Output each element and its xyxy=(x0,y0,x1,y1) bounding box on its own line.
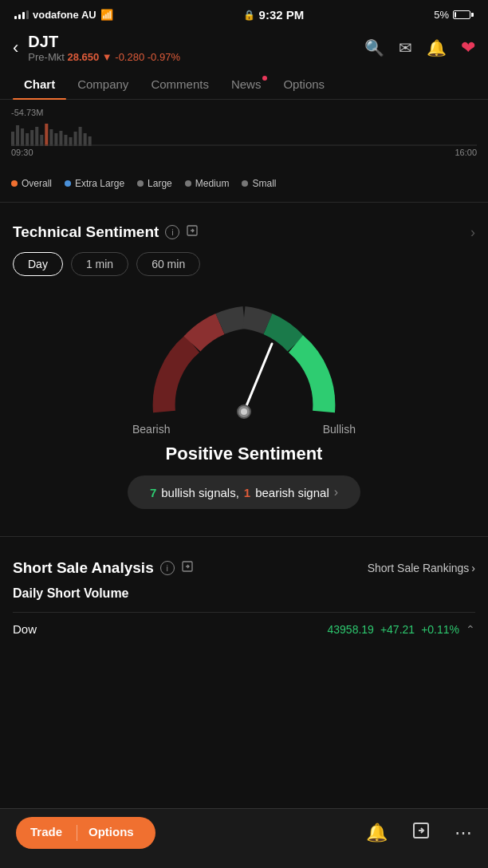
battery-level: 5% xyxy=(434,9,449,21)
sentiment-title: Technical Sentiment xyxy=(13,223,159,241)
chart-x-start: 09:30 xyxy=(11,148,33,157)
bullish-count: 7 xyxy=(150,486,156,499)
svg-rect-14 xyxy=(79,127,82,146)
dow-row: Dow 43958.19 +47.21 +0.11% ⌃ xyxy=(13,612,475,645)
legend-label-medium: Medium xyxy=(195,178,230,189)
svg-rect-1 xyxy=(16,125,19,146)
time-btn-day[interactable]: Day xyxy=(13,252,63,276)
gauge-container: Bearish Bullish Positive Sentiment 7 bul… xyxy=(13,292,475,522)
chart-legend: Overall Extra Large Large Medium Small xyxy=(0,172,488,195)
favorite-icon[interactable]: ❤ xyxy=(461,37,475,58)
divider-2 xyxy=(0,536,488,537)
status-center: 🔒 9:32 PM xyxy=(243,8,305,22)
svg-rect-2 xyxy=(21,128,24,146)
pre-market-info: Pre-Mkt 28.650 ▼ -0.280 -0.97% xyxy=(28,51,364,63)
rankings-chevron-icon: › xyxy=(471,562,475,574)
bottom-toolbar: Trade Options 🔔 ⋯ xyxy=(0,808,488,868)
short-sale-share-icon[interactable] xyxy=(181,560,194,576)
svg-rect-11 xyxy=(64,135,67,146)
short-sale-title: Short Sale Analysis xyxy=(13,559,154,577)
legend-dot-small xyxy=(242,180,248,187)
notifications-icon[interactable]: 🔔 xyxy=(427,38,447,57)
chart-svg xyxy=(11,117,477,146)
legend-dot-large xyxy=(137,180,144,187)
gauge-svg xyxy=(132,300,356,420)
legend-label-extralarge: Extra Large xyxy=(75,178,124,189)
sentiment-result-label: Positive Sentiment xyxy=(166,444,323,464)
bell-icon[interactable]: 🔔 xyxy=(366,823,388,843)
tab-chart[interactable]: Chart xyxy=(13,69,66,99)
options-label[interactable]: Options xyxy=(77,825,145,841)
dow-price: 43958.19 xyxy=(328,623,374,636)
legend-dot-medium xyxy=(185,180,191,187)
sentiment-info-icon[interactable]: i xyxy=(165,225,179,239)
svg-rect-4 xyxy=(30,130,33,146)
status-right: 5% xyxy=(434,9,474,21)
status-bar: vodafone AU 📶 🔒 9:32 PM 5% xyxy=(0,0,488,26)
time-btn-1min[interactable]: 1 min xyxy=(71,252,128,276)
export-icon[interactable] xyxy=(411,821,431,845)
tab-options[interactable]: Options xyxy=(272,69,336,99)
legend-label-overall: Overall xyxy=(22,178,52,189)
header-icons: 🔍 ✉ 🔔 ❤ xyxy=(364,37,475,58)
time-buttons: Day 1 min 60 min xyxy=(13,252,475,276)
svg-rect-5 xyxy=(35,127,38,146)
mail-icon[interactable]: ✉ xyxy=(399,38,412,57)
status-left: vodafone AU 📶 xyxy=(14,9,113,21)
short-sale-rankings-link[interactable]: Short Sale Rankings › xyxy=(368,562,475,574)
tab-news[interactable]: News xyxy=(220,69,273,99)
bullish-text: bullish signals, xyxy=(161,486,239,499)
daily-short-volume-label: Daily Short Volume xyxy=(13,586,475,601)
tab-company[interactable]: Company xyxy=(66,69,140,99)
chart-area: -54.73M 09:30 16:00 xyxy=(0,100,488,172)
sentiment-chevron-right[interactable]: › xyxy=(470,224,475,241)
svg-rect-7 xyxy=(45,124,48,146)
svg-rect-9 xyxy=(54,133,57,146)
chart-y-label: -54.73M xyxy=(0,108,488,117)
signal-bars xyxy=(14,10,29,19)
back-button[interactable]: ‹ xyxy=(13,37,18,58)
svg-rect-8 xyxy=(49,129,53,146)
gauge-labels: Bearish Bullish xyxy=(132,423,356,436)
sentiment-share-icon[interactable] xyxy=(186,224,199,240)
search-icon[interactable]: 🔍 xyxy=(364,38,384,57)
wifi-icon: 📶 xyxy=(100,9,113,21)
svg-line-19 xyxy=(244,344,272,412)
dow-chevron-icon: ⌃ xyxy=(466,623,475,636)
bearish-label: Bearish xyxy=(132,423,170,436)
dow-pct: +0.11% xyxy=(421,623,459,636)
legend-medium: Medium xyxy=(185,178,230,189)
svg-rect-0 xyxy=(11,132,14,146)
short-sale-info-icon[interactable]: i xyxy=(160,561,175,575)
legend-dot-extralarge xyxy=(65,180,71,187)
legend-dot-overall xyxy=(11,180,18,187)
chart-x-end: 16:00 xyxy=(455,148,477,157)
tab-comments[interactable]: Comments xyxy=(140,69,220,99)
legend-overall: Overall xyxy=(11,178,52,189)
trade-label[interactable]: Trade xyxy=(16,825,77,841)
status-time: 9:32 PM xyxy=(259,8,305,22)
signals-button[interactable]: 7 bullish signals, 1 bearish signal › xyxy=(128,475,360,509)
trade-options-button[interactable]: Trade Options xyxy=(16,817,155,849)
gauge-wrapper xyxy=(132,300,356,420)
svg-rect-15 xyxy=(84,133,87,146)
legend-label-small: Small xyxy=(252,178,276,189)
svg-rect-13 xyxy=(74,132,77,146)
lock-icon: 🔒 xyxy=(243,10,255,21)
svg-rect-6 xyxy=(40,135,43,146)
signals-arrow-icon: › xyxy=(334,485,338,499)
more-icon[interactable]: ⋯ xyxy=(455,823,472,843)
header-info: DJT Pre-Mkt 28.650 ▼ -0.280 -0.97% xyxy=(28,33,364,63)
nav-tabs: Chart Company Comments News Options xyxy=(0,69,488,100)
svg-rect-3 xyxy=(26,133,29,146)
carrier-label: vodafone AU xyxy=(33,9,96,21)
short-sale-header: Short Sale Analysis i Short Sale Ranking… xyxy=(13,559,475,577)
technical-sentiment-section: Technical Sentiment i › Day 1 min 60 min xyxy=(0,209,488,530)
bearish-count: 1 xyxy=(244,486,250,499)
divider-1 xyxy=(0,202,488,203)
time-btn-60min[interactable]: 60 min xyxy=(136,252,200,276)
svg-rect-10 xyxy=(59,131,62,146)
legend-label-large: Large xyxy=(148,178,172,189)
bearish-text: bearish signal xyxy=(255,486,329,499)
legend-extralarge: Extra Large xyxy=(65,178,124,189)
